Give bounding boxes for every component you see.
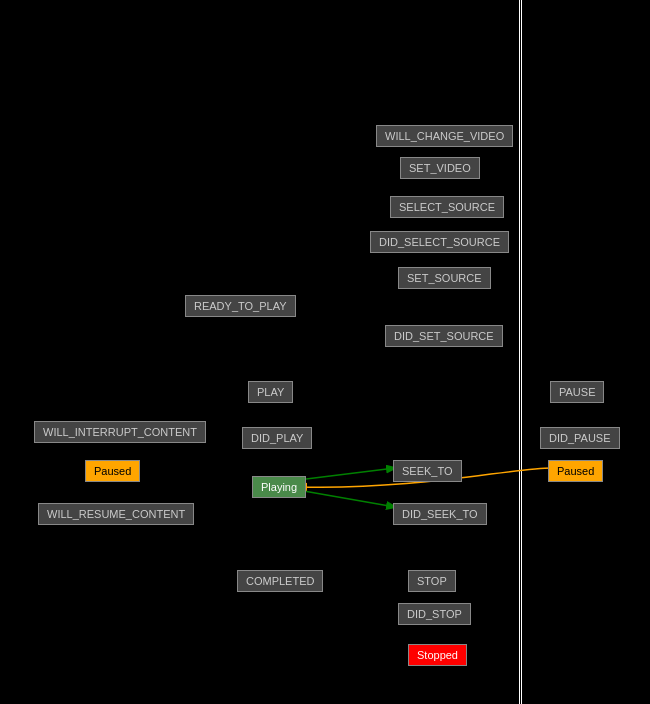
node-completed: COMPLETED bbox=[237, 570, 323, 592]
node-will-interrupt-content: WILL_INTERRUPT_CONTENT bbox=[34, 421, 206, 443]
node-will-resume-content: WILL_RESUME_CONTENT bbox=[38, 503, 194, 525]
svg-line-0 bbox=[298, 468, 395, 480]
node-paused-left: Paused bbox=[85, 460, 140, 482]
svg-line-1 bbox=[298, 490, 395, 507]
node-play: PLAY bbox=[248, 381, 293, 403]
node-did-select-source: DID_SELECT_SOURCE bbox=[370, 231, 509, 253]
node-select-source: SELECT_SOURCE bbox=[390, 196, 504, 218]
node-paused-right: Paused bbox=[548, 460, 603, 482]
arrows-svg bbox=[0, 0, 650, 704]
node-playing: Playing bbox=[252, 476, 306, 498]
node-set-video: SET_VIDEO bbox=[400, 157, 480, 179]
node-did-stop: DID_STOP bbox=[398, 603, 471, 625]
node-stop: STOP bbox=[408, 570, 456, 592]
node-pause: PAUSE bbox=[550, 381, 604, 403]
node-did-play: DID_PLAY bbox=[242, 427, 312, 449]
node-will-change-video: WILL_CHANGE_VIDEO bbox=[376, 125, 513, 147]
node-set-source: SET_SOURCE bbox=[398, 267, 491, 289]
vertical-line-1 bbox=[519, 0, 520, 704]
node-seek-to: SEEK_TO bbox=[393, 460, 462, 482]
node-stopped: Stopped bbox=[408, 644, 467, 666]
node-ready-to-play: READY_TO_PLAY bbox=[185, 295, 296, 317]
node-did-seek-to: DID_SEEK_TO bbox=[393, 503, 487, 525]
node-did-pause: DID_PAUSE bbox=[540, 427, 620, 449]
vertical-line-2 bbox=[521, 0, 522, 704]
node-did-set-source: DID_SET_SOURCE bbox=[385, 325, 503, 347]
